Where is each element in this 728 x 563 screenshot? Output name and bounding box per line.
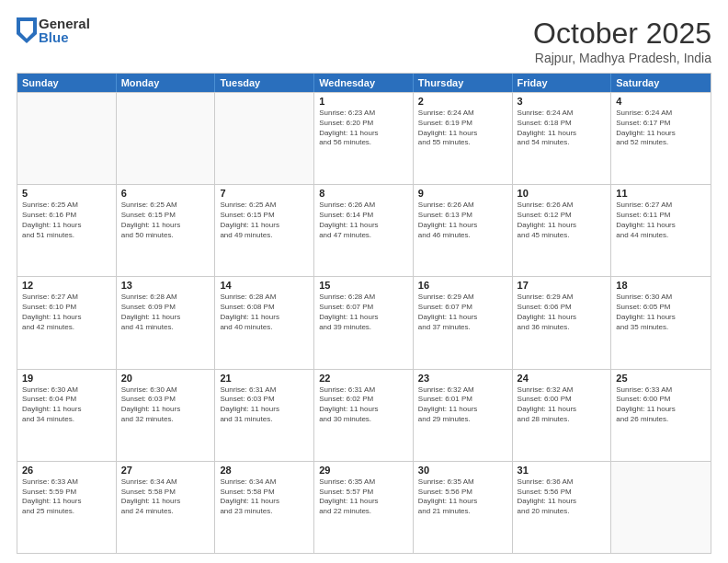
calendar-cell: 12Sunrise: 6:27 AM Sunset: 6:10 PM Dayli…: [17, 277, 117, 368]
logo-blue-text: Blue: [39, 30, 90, 44]
day-number: 25: [616, 373, 706, 384]
page: General Blue October 2025 Rajpur, Madhya…: [0, 0, 728, 563]
calendar-cell: 6Sunrise: 6:25 AM Sunset: 6:15 PM Daylig…: [117, 185, 216, 276]
day-number: 26: [22, 465, 111, 476]
cell-info: Sunrise: 6:30 AM Sunset: 6:05 PM Dayligh…: [616, 293, 706, 332]
calendar-cell: [215, 93, 314, 184]
cell-info: Sunrise: 6:32 AM Sunset: 6:01 PM Dayligh…: [418, 385, 507, 425]
day-number: 24: [518, 373, 607, 384]
logo: General Blue: [17, 17, 90, 44]
day-number: 13: [121, 280, 210, 291]
calendar-cell: 3Sunrise: 6:24 AM Sunset: 6:18 PM Daylig…: [513, 93, 612, 184]
cell-info: Sunrise: 6:28 AM Sunset: 6:09 PM Dayligh…: [121, 293, 210, 332]
cell-info: Sunrise: 6:24 AM Sunset: 6:17 PM Dayligh…: [616, 109, 706, 148]
day-number: 29: [319, 465, 408, 476]
header: General Blue October 2025 Rajpur, Madhya…: [17, 17, 711, 65]
calendar-cell: 21Sunrise: 6:31 AM Sunset: 6:03 PM Dayli…: [215, 370, 314, 461]
cell-info: Sunrise: 6:31 AM Sunset: 6:02 PM Dayligh…: [319, 385, 408, 425]
calendar: SundayMondayTuesdayWednesdayThursdayFrid…: [17, 73, 711, 554]
cell-info: Sunrise: 6:23 AM Sunset: 6:20 PM Dayligh…: [319, 109, 408, 148]
cell-info: Sunrise: 6:36 AM Sunset: 5:56 PM Dayligh…: [518, 477, 607, 517]
day-number: 11: [616, 188, 706, 199]
calendar-cell: 13Sunrise: 6:28 AM Sunset: 6:09 PM Dayli…: [117, 277, 216, 368]
calendar-cell: 31Sunrise: 6:36 AM Sunset: 5:56 PM Dayli…: [513, 462, 612, 553]
calendar-row-4: 19Sunrise: 6:30 AM Sunset: 6:04 PM Dayli…: [17, 369, 711, 461]
calendar-cell: 26Sunrise: 6:33 AM Sunset: 5:59 PM Dayli…: [17, 462, 117, 553]
day-number: 16: [418, 280, 507, 291]
cell-info: Sunrise: 6:35 AM Sunset: 5:57 PM Dayligh…: [319, 477, 408, 517]
header-day-tuesday: Tuesday: [215, 74, 314, 92]
day-number: 30: [418, 465, 507, 476]
day-number: 7: [220, 188, 309, 199]
day-number: 18: [616, 280, 706, 291]
day-number: 6: [121, 188, 210, 199]
day-number: 3: [518, 96, 607, 107]
calendar-cell: 25Sunrise: 6:33 AM Sunset: 6:00 PM Dayli…: [611, 370, 711, 461]
day-number: 31: [518, 465, 607, 476]
calendar-cell: 9Sunrise: 6:26 AM Sunset: 6:13 PM Daylig…: [414, 185, 513, 276]
calendar-cell: 15Sunrise: 6:28 AM Sunset: 6:07 PM Dayli…: [314, 277, 414, 368]
cell-info: Sunrise: 6:26 AM Sunset: 6:12 PM Dayligh…: [518, 201, 607, 240]
cell-info: Sunrise: 6:29 AM Sunset: 6:06 PM Dayligh…: [518, 293, 607, 332]
day-number: 1: [319, 96, 408, 107]
calendar-row-3: 12Sunrise: 6:27 AM Sunset: 6:10 PM Dayli…: [17, 276, 711, 368]
calendar-cell: 28Sunrise: 6:34 AM Sunset: 5:58 PM Dayli…: [215, 462, 314, 553]
cell-info: Sunrise: 6:26 AM Sunset: 6:14 PM Dayligh…: [319, 201, 408, 240]
day-number: 14: [220, 280, 309, 291]
cell-info: Sunrise: 6:30 AM Sunset: 6:03 PM Dayligh…: [121, 385, 210, 425]
day-number: 27: [121, 465, 210, 476]
calendar-cell: 10Sunrise: 6:26 AM Sunset: 6:12 PM Dayli…: [513, 185, 612, 276]
calendar-cell: 20Sunrise: 6:30 AM Sunset: 6:03 PM Dayli…: [117, 370, 216, 461]
calendar-cell: [611, 462, 711, 553]
calendar-cell: 7Sunrise: 6:25 AM Sunset: 6:15 PM Daylig…: [215, 185, 314, 276]
header-day-saturday: Saturday: [611, 74, 711, 92]
cell-info: Sunrise: 6:30 AM Sunset: 6:04 PM Dayligh…: [22, 385, 111, 425]
day-number: 8: [319, 188, 408, 199]
calendar-cell: 30Sunrise: 6:35 AM Sunset: 5:56 PM Dayli…: [414, 462, 513, 553]
calendar-header: SundayMondayTuesdayWednesdayThursdayFrid…: [17, 74, 711, 92]
cell-info: Sunrise: 6:33 AM Sunset: 6:00 PM Dayligh…: [616, 385, 706, 425]
day-number: 10: [518, 188, 607, 199]
day-number: 28: [220, 465, 309, 476]
day-number: 15: [319, 280, 408, 291]
calendar-row-5: 26Sunrise: 6:33 AM Sunset: 5:59 PM Dayli…: [17, 461, 711, 553]
calendar-row-1: 1Sunrise: 6:23 AM Sunset: 6:20 PM Daylig…: [17, 92, 711, 184]
day-number: 4: [616, 96, 706, 107]
day-number: 20: [121, 373, 210, 384]
cell-info: Sunrise: 6:29 AM Sunset: 6:07 PM Dayligh…: [418, 293, 507, 332]
calendar-cell: 1Sunrise: 6:23 AM Sunset: 6:20 PM Daylig…: [314, 93, 414, 184]
cell-info: Sunrise: 6:28 AM Sunset: 6:08 PM Dayligh…: [220, 293, 309, 332]
calendar-cell: 16Sunrise: 6:29 AM Sunset: 6:07 PM Dayli…: [414, 277, 513, 368]
calendar-cell: 24Sunrise: 6:32 AM Sunset: 6:00 PM Dayli…: [513, 370, 612, 461]
calendar-cell: 19Sunrise: 6:30 AM Sunset: 6:04 PM Dayli…: [17, 370, 117, 461]
calendar-cell: 18Sunrise: 6:30 AM Sunset: 6:05 PM Dayli…: [611, 277, 711, 368]
cell-info: Sunrise: 6:25 AM Sunset: 6:15 PM Dayligh…: [121, 201, 210, 240]
calendar-cell: 14Sunrise: 6:28 AM Sunset: 6:08 PM Dayli…: [215, 277, 314, 368]
calendar-body: 1Sunrise: 6:23 AM Sunset: 6:20 PM Daylig…: [17, 92, 711, 553]
cell-info: Sunrise: 6:34 AM Sunset: 5:58 PM Dayligh…: [121, 477, 210, 517]
calendar-cell: 11Sunrise: 6:27 AM Sunset: 6:11 PM Dayli…: [611, 185, 711, 276]
cell-info: Sunrise: 6:24 AM Sunset: 6:18 PM Dayligh…: [518, 109, 607, 148]
cell-info: Sunrise: 6:34 AM Sunset: 5:58 PM Dayligh…: [220, 477, 309, 517]
calendar-cell: [17, 93, 117, 184]
day-number: 23: [418, 373, 507, 384]
cell-info: Sunrise: 6:25 AM Sunset: 6:15 PM Dayligh…: [220, 201, 309, 240]
calendar-cell: 29Sunrise: 6:35 AM Sunset: 5:57 PM Dayli…: [314, 462, 414, 553]
cell-info: Sunrise: 6:31 AM Sunset: 6:03 PM Dayligh…: [220, 385, 309, 425]
location: Rajpur, Madhya Pradesh, India: [533, 51, 711, 65]
title-block: October 2025 Rajpur, Madhya Pradesh, Ind…: [533, 17, 711, 65]
cell-info: Sunrise: 6:35 AM Sunset: 5:56 PM Dayligh…: [418, 477, 507, 517]
day-number: 19: [22, 373, 111, 384]
header-day-thursday: Thursday: [414, 74, 513, 92]
calendar-cell: 23Sunrise: 6:32 AM Sunset: 6:01 PM Dayli…: [414, 370, 513, 461]
cell-info: Sunrise: 6:27 AM Sunset: 6:10 PM Dayligh…: [22, 293, 111, 332]
cell-info: Sunrise: 6:24 AM Sunset: 6:19 PM Dayligh…: [418, 109, 507, 148]
day-number: 2: [418, 96, 507, 107]
header-day-wednesday: Wednesday: [314, 74, 414, 92]
day-number: 22: [319, 373, 408, 384]
day-number: 9: [418, 188, 507, 199]
calendar-cell: [117, 93, 216, 184]
cell-info: Sunrise: 6:26 AM Sunset: 6:13 PM Dayligh…: [418, 201, 507, 240]
calendar-cell: 17Sunrise: 6:29 AM Sunset: 6:06 PM Dayli…: [513, 277, 612, 368]
day-number: 12: [22, 280, 111, 291]
